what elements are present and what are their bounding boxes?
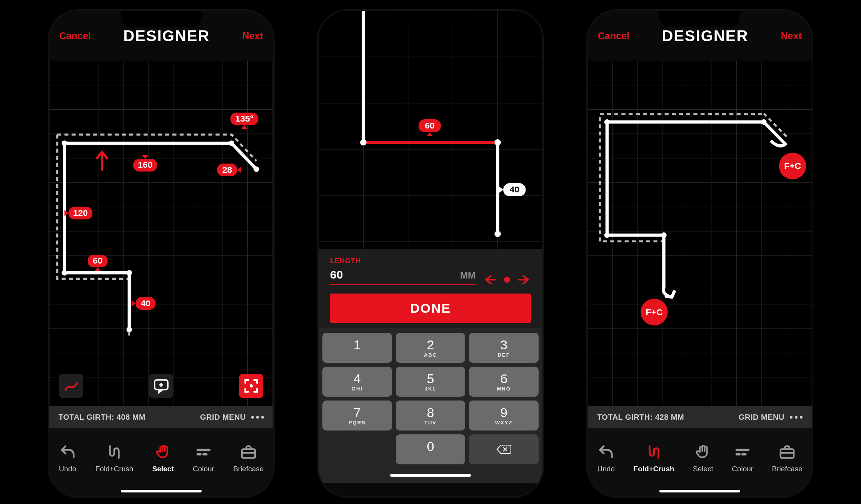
next-segment-arrow-icon[interactable] [518,274,531,285]
key-4[interactable]: 4GHI [322,367,392,397]
grid-menu-button[interactable]: GRID MENU [739,413,784,422]
toolbar-fold-crush[interactable]: Fold+Crush [95,443,133,473]
add-comment-button[interactable] [149,374,173,398]
grid-menu-button[interactable]: GRID MENU [200,413,246,422]
key-3[interactable]: 3DEF [469,333,539,363]
briefcase-icon [778,443,796,461]
next-button[interactable]: Next [242,30,263,42]
svg-text:28: 28 [222,165,232,175]
svg-point-30 [127,327,132,332]
toolbar-colour[interactable]: Colour [193,443,214,473]
fold-crush-icon [645,443,663,461]
status-bar: TOTAL GIRTH: 428 MM GRID MENU [588,406,812,428]
key-6[interactable]: 6MNO [469,367,539,397]
svg-point-104 [604,232,610,238]
toolbar-briefcase[interactable]: Briefcase [233,443,264,473]
toolbar-colour[interactable]: Colour [732,443,753,473]
phone-length-entry: 60 40 LENGTH 60 MM [317,9,544,498]
more-menu-icon[interactable] [251,416,264,419]
svg-point-47 [250,384,253,387]
fold-crush-badge-bottom[interactable]: F+C [641,299,668,325]
cancel-button[interactable]: Cancel [59,30,91,42]
toolbar-undo[interactable]: Undo [59,443,77,473]
briefcase-icon [240,443,257,461]
svg-text:120: 120 [73,208,88,218]
svg-text:40: 40 [510,185,519,194]
home-indicator [319,467,542,483]
undo-icon [597,443,615,461]
svg-point-26 [229,140,235,146]
notch [121,11,202,27]
svg-point-103 [761,119,767,125]
toolbar-fold-crush[interactable]: Fold+Crush [634,443,674,473]
bottom-toolbar: Undo Fold+Crush Select Colour Briefcase [588,428,812,486]
svg-point-68 [360,139,367,145]
svg-text:40: 40 [141,298,150,308]
design-canvas[interactable]: 135° 160 28 120 [49,61,273,406]
toolbar-briefcase[interactable]: Briefcase [772,443,803,473]
status-bar: TOTAL GIRTH: 408 MM GRID MENU [49,406,273,428]
colour-icon [195,443,212,461]
freehand-tool-button[interactable] [59,374,83,398]
home-indicator [588,486,812,496]
key-blank [322,434,392,464]
length-unit-label: MM [460,270,476,281]
undo-icon [59,443,77,461]
length-label: LENGTH [330,257,476,265]
notch [659,11,740,27]
toolbar-select[interactable]: Select [152,443,174,473]
svg-point-29 [127,270,132,275]
fold-crush-icon [105,443,123,461]
key-backspace[interactable] [469,434,539,464]
design-canvas-zoom[interactable]: 60 40 [319,11,542,249]
key-9[interactable]: 9WXYZ [469,401,539,431]
home-indicator [49,486,273,496]
total-girth-label: TOTAL GIRTH: 428 MM [597,413,684,422]
phone-fold-crush-mode: Cancel DESIGNER Next [586,9,813,498]
fold-crush-badge-top[interactable]: F+C [779,153,806,179]
segment-indicator-dot [504,277,510,283]
backspace-icon [496,444,512,455]
toolbar-select[interactable]: Select [693,443,713,473]
prev-segment-arrow-icon[interactable] [483,274,496,285]
key-1[interactable]: 1 [322,333,392,363]
toolbar-undo[interactable]: Undo [597,443,615,473]
key-2[interactable]: 2ABC [396,333,466,363]
key-8[interactable]: 8TUV [396,401,466,431]
svg-point-28 [62,270,67,275]
length-input-panel: LENGTH 60 MM DONE [319,249,542,328]
phone-select-mode: Cancel DESIGNER Next [48,9,275,498]
svg-text:160: 160 [138,160,152,170]
colour-icon [734,443,751,461]
done-button[interactable]: DONE [330,294,531,323]
length-value-field[interactable]: 60 [330,268,343,281]
next-button[interactable]: Next [781,30,802,42]
key-0[interactable]: 0 [396,434,466,464]
page-title: DESIGNER [662,27,748,45]
key-7[interactable]: 7PQRS [322,401,392,431]
svg-point-27 [254,167,259,172]
recenter-button[interactable] [239,374,263,398]
total-girth-label: TOTAL GIRTH: 408 MM [58,413,145,422]
more-menu-icon[interactable] [790,416,803,419]
design-canvas[interactable]: F+C F+C [588,61,812,406]
svg-point-70 [494,231,501,237]
svg-text:135°: 135° [235,113,254,123]
cancel-button[interactable]: Cancel [598,30,629,42]
svg-text:60: 60 [425,121,434,130]
bottom-toolbar: Undo Fold+Crush Select Colour Briefcase [49,428,273,486]
svg-text:60: 60 [93,256,102,266]
svg-point-25 [62,140,67,146]
svg-text:F+C: F+C [646,307,663,317]
numeric-keypad: 1 2ABC 3DEF 4GHI 5JKL 6MNO 7PQRS 8TUV 9W… [319,328,542,467]
page-title: DESIGNER [123,27,210,45]
key-5[interactable]: 5JKL [396,367,466,397]
notch [390,11,471,27]
svg-point-105 [661,232,667,238]
select-hand-icon [154,443,172,461]
svg-text:F+C: F+C [784,161,801,171]
svg-point-69 [494,139,501,145]
svg-point-102 [604,119,610,125]
select-hand-icon [694,443,712,461]
